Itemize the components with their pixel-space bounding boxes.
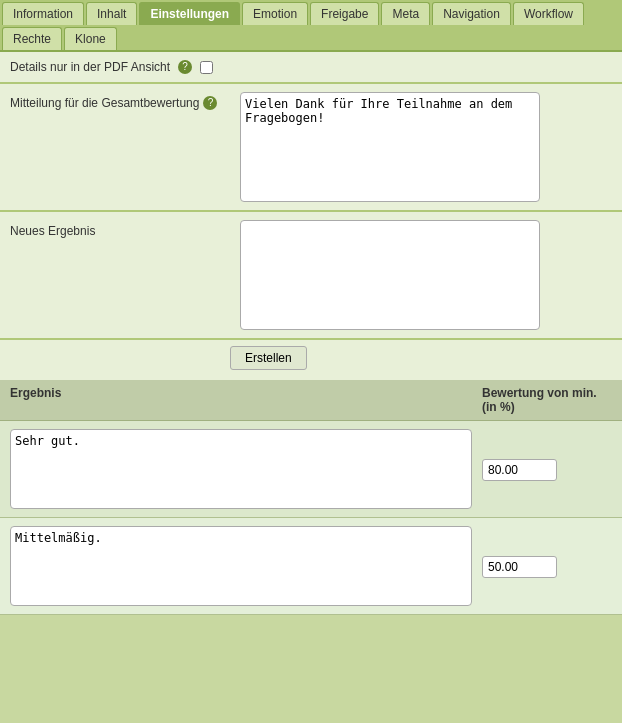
tab-information[interactable]: Information — [2, 2, 84, 25]
create-btn-row: Erstellen — [0, 340, 622, 380]
result-textarea-1[interactable] — [10, 429, 472, 509]
pdf-checkbox[interactable] — [200, 61, 213, 74]
neues-ergebnis-label: Neues Ergebnis — [10, 220, 230, 238]
tab-emotion[interactable]: Emotion — [242, 2, 308, 25]
mitteilung-help-icon[interactable]: ? — [203, 96, 217, 110]
tab-einstellungen[interactable]: Einstellungen — [139, 2, 240, 25]
pdf-label: Details nur in der PDF Ansicht — [10, 60, 170, 74]
results-col1-header: Ergebnis — [10, 386, 482, 414]
result-row-2 — [0, 518, 622, 615]
result-score-input-1[interactable] — [482, 459, 557, 481]
results-header: Ergebnis Bewertung von min. (in %) — [0, 380, 622, 421]
neues-ergebnis-section: Neues Ergebnis — [0, 212, 622, 340]
tab-workflow[interactable]: Workflow — [513, 2, 584, 25]
tab-klone[interactable]: Klone — [64, 27, 117, 50]
tab-rechte[interactable]: Rechte — [2, 27, 62, 50]
result-textarea-2[interactable] — [10, 526, 472, 606]
tab-bar: InformationInhaltEinstellungenEmotionFre… — [0, 0, 622, 52]
create-button[interactable]: Erstellen — [230, 346, 307, 370]
mitteilung-section: Mitteilung für die Gesamtbewertung ? — [0, 84, 622, 212]
mitteilung-textarea[interactable] — [240, 92, 540, 202]
pdf-checkbox-row: Details nur in der PDF Ansicht ? — [0, 52, 622, 84]
results-rows — [0, 421, 622, 615]
result-row-1 — [0, 421, 622, 518]
results-col2-header: Bewertung von min. (in %) — [482, 386, 612, 414]
result-score-col-2 — [482, 526, 612, 578]
neues-ergebnis-textarea[interactable] — [240, 220, 540, 330]
tab-meta[interactable]: Meta — [381, 2, 430, 25]
results-section: Ergebnis Bewertung von min. (in %) — [0, 380, 622, 615]
tab-inhalt[interactable]: Inhalt — [86, 2, 137, 25]
result-score-input-2[interactable] — [482, 556, 557, 578]
result-score-col-1 — [482, 429, 612, 481]
mitteilung-label: Mitteilung für die Gesamtbewertung ? — [10, 92, 230, 110]
tab-freigabe[interactable]: Freigabe — [310, 2, 379, 25]
pdf-help-icon[interactable]: ? — [178, 60, 192, 74]
tab-navigation[interactable]: Navigation — [432, 2, 511, 25]
